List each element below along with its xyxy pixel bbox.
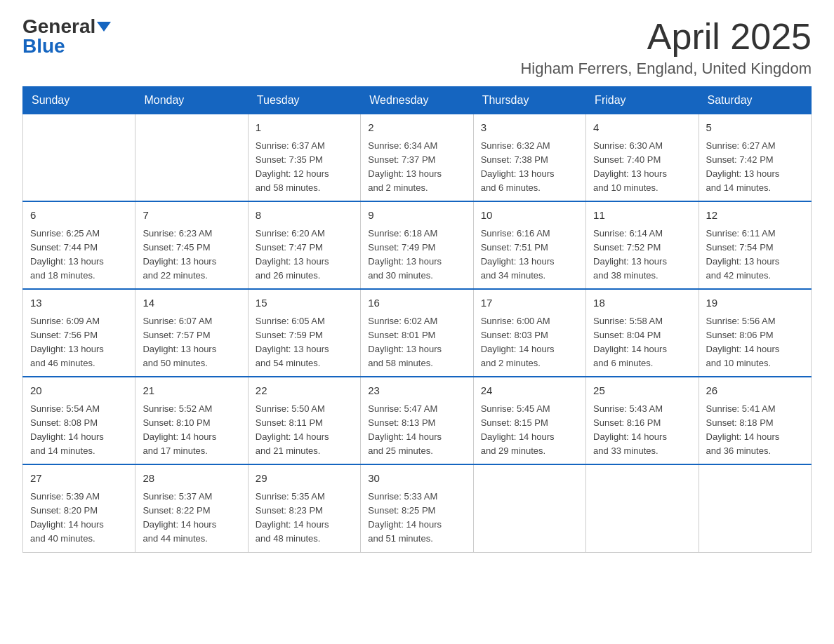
day-info: Sunrise: 5:35 AM Sunset: 8:23 PM Dayligh… bbox=[256, 490, 353, 546]
day-cell: 10Sunrise: 6:16 AM Sunset: 7:51 PM Dayli… bbox=[473, 201, 585, 289]
day-cell: 5Sunrise: 6:27 AM Sunset: 7:42 PM Daylig… bbox=[699, 114, 811, 202]
day-cell: 6Sunrise: 6:25 AM Sunset: 7:44 PM Daylig… bbox=[23, 201, 135, 289]
header-sunday: Sunday bbox=[23, 87, 135, 114]
day-cell: 12Sunrise: 6:11 AM Sunset: 7:54 PM Dayli… bbox=[699, 201, 811, 289]
day-cell: 11Sunrise: 6:14 AM Sunset: 7:52 PM Dayli… bbox=[586, 201, 699, 289]
day-info: Sunrise: 6:34 AM Sunset: 7:37 PM Dayligh… bbox=[368, 139, 465, 196]
day-number: 4 bbox=[593, 120, 691, 136]
day-number: 2 bbox=[368, 120, 465, 136]
day-cell: 17Sunrise: 6:00 AM Sunset: 8:03 PM Dayli… bbox=[473, 289, 585, 377]
day-cell: 19Sunrise: 5:56 AM Sunset: 8:06 PM Dayli… bbox=[699, 289, 811, 377]
day-cell: 1Sunrise: 6:37 AM Sunset: 7:35 PM Daylig… bbox=[248, 114, 360, 202]
day-number: 17 bbox=[481, 295, 578, 311]
logo-blue: Blue bbox=[22, 36, 65, 56]
day-number: 6 bbox=[30, 208, 128, 224]
day-number: 28 bbox=[143, 471, 240, 487]
title-section: April 2025 Higham Ferrers, England, Unit… bbox=[520, 17, 812, 78]
logo: General Blue bbox=[22, 17, 111, 56]
day-cell: 20Sunrise: 5:54 AM Sunset: 8:08 PM Dayli… bbox=[23, 377, 135, 464]
day-cell: 24Sunrise: 5:45 AM Sunset: 8:15 PM Dayli… bbox=[473, 377, 585, 464]
day-number: 13 bbox=[30, 295, 128, 311]
week-row-4: 20Sunrise: 5:54 AM Sunset: 8:08 PM Dayli… bbox=[23, 377, 812, 464]
day-cell: 4Sunrise: 6:30 AM Sunset: 7:40 PM Daylig… bbox=[586, 114, 699, 202]
day-info: Sunrise: 6:16 AM Sunset: 7:51 PM Dayligh… bbox=[481, 227, 578, 283]
day-info: Sunrise: 5:56 AM Sunset: 8:06 PM Dayligh… bbox=[706, 314, 804, 371]
day-info: Sunrise: 6:09 AM Sunset: 7:56 PM Dayligh… bbox=[30, 314, 128, 371]
week-row-1: 1Sunrise: 6:37 AM Sunset: 7:35 PM Daylig… bbox=[23, 114, 812, 202]
day-cell: 18Sunrise: 5:58 AM Sunset: 8:04 PM Dayli… bbox=[586, 289, 699, 377]
day-cell: 29Sunrise: 5:35 AM Sunset: 8:23 PM Dayli… bbox=[248, 464, 360, 552]
day-cell: 21Sunrise: 5:52 AM Sunset: 8:10 PM Dayli… bbox=[135, 377, 248, 464]
day-number: 22 bbox=[256, 383, 353, 399]
day-number: 18 bbox=[593, 295, 691, 311]
month-title: April 2025 bbox=[520, 17, 812, 57]
logo-triangle-icon bbox=[97, 22, 111, 32]
day-number: 25 bbox=[593, 383, 691, 399]
day-info: Sunrise: 6:05 AM Sunset: 7:59 PM Dayligh… bbox=[256, 314, 353, 371]
day-number: 11 bbox=[593, 208, 691, 224]
day-number: 20 bbox=[30, 383, 128, 399]
day-cell: 23Sunrise: 5:47 AM Sunset: 8:13 PM Dayli… bbox=[361, 377, 473, 464]
day-info: Sunrise: 6:07 AM Sunset: 7:57 PM Dayligh… bbox=[143, 314, 240, 371]
day-info: Sunrise: 6:11 AM Sunset: 7:54 PM Dayligh… bbox=[706, 227, 804, 283]
day-info: Sunrise: 6:14 AM Sunset: 7:52 PM Dayligh… bbox=[593, 227, 691, 283]
day-number: 3 bbox=[481, 120, 578, 136]
day-info: Sunrise: 5:33 AM Sunset: 8:25 PM Dayligh… bbox=[368, 490, 465, 546]
day-number: 30 bbox=[368, 471, 465, 487]
day-cell: 25Sunrise: 5:43 AM Sunset: 8:16 PM Dayli… bbox=[586, 377, 699, 464]
day-number: 9 bbox=[368, 208, 465, 224]
day-info: Sunrise: 6:00 AM Sunset: 8:03 PM Dayligh… bbox=[481, 314, 578, 371]
day-cell bbox=[23, 114, 135, 202]
header-row: SundayMondayTuesdayWednesdayThursdayFrid… bbox=[23, 87, 812, 114]
day-number: 12 bbox=[706, 208, 804, 224]
day-info: Sunrise: 5:54 AM Sunset: 8:08 PM Dayligh… bbox=[30, 402, 128, 459]
day-info: Sunrise: 5:47 AM Sunset: 8:13 PM Dayligh… bbox=[368, 402, 465, 459]
day-cell: 16Sunrise: 6:02 AM Sunset: 8:01 PM Dayli… bbox=[361, 289, 473, 377]
day-cell: 9Sunrise: 6:18 AM Sunset: 7:49 PM Daylig… bbox=[361, 201, 473, 289]
day-cell: 3Sunrise: 6:32 AM Sunset: 7:38 PM Daylig… bbox=[473, 114, 585, 202]
day-cell: 13Sunrise: 6:09 AM Sunset: 7:56 PM Dayli… bbox=[23, 289, 135, 377]
day-info: Sunrise: 6:32 AM Sunset: 7:38 PM Dayligh… bbox=[481, 139, 578, 196]
day-cell: 15Sunrise: 6:05 AM Sunset: 7:59 PM Dayli… bbox=[248, 289, 360, 377]
day-cell bbox=[699, 464, 811, 552]
day-cell bbox=[473, 464, 585, 552]
day-cell: 8Sunrise: 6:20 AM Sunset: 7:47 PM Daylig… bbox=[248, 201, 360, 289]
day-info: Sunrise: 5:52 AM Sunset: 8:10 PM Dayligh… bbox=[143, 402, 240, 459]
header-monday: Monday bbox=[135, 87, 248, 114]
day-cell: 28Sunrise: 5:37 AM Sunset: 8:22 PM Dayli… bbox=[135, 464, 248, 552]
day-cell: 14Sunrise: 6:07 AM Sunset: 7:57 PM Dayli… bbox=[135, 289, 248, 377]
page-header: General Blue April 2025 Higham Ferrers, … bbox=[22, 17, 812, 78]
day-number: 5 bbox=[706, 120, 804, 136]
day-info: Sunrise: 5:37 AM Sunset: 8:22 PM Dayligh… bbox=[143, 490, 240, 546]
week-row-5: 27Sunrise: 5:39 AM Sunset: 8:20 PM Dayli… bbox=[23, 464, 812, 552]
calendar-table: SundayMondayTuesdayWednesdayThursdayFrid… bbox=[22, 86, 812, 552]
day-info: Sunrise: 6:37 AM Sunset: 7:35 PM Dayligh… bbox=[256, 139, 353, 196]
header-tuesday: Tuesday bbox=[248, 87, 360, 114]
day-number: 1 bbox=[256, 120, 353, 136]
day-info: Sunrise: 5:39 AM Sunset: 8:20 PM Dayligh… bbox=[30, 490, 128, 546]
day-info: Sunrise: 5:43 AM Sunset: 8:16 PM Dayligh… bbox=[593, 402, 691, 459]
header-friday: Friday bbox=[586, 87, 699, 114]
header-saturday: Saturday bbox=[699, 87, 811, 114]
header-thursday: Thursday bbox=[473, 87, 585, 114]
day-cell: 22Sunrise: 5:50 AM Sunset: 8:11 PM Dayli… bbox=[248, 377, 360, 464]
day-cell: 26Sunrise: 5:41 AM Sunset: 8:18 PM Dayli… bbox=[699, 377, 811, 464]
day-number: 15 bbox=[256, 295, 353, 311]
day-info: Sunrise: 6:30 AM Sunset: 7:40 PM Dayligh… bbox=[593, 139, 691, 196]
week-row-3: 13Sunrise: 6:09 AM Sunset: 7:56 PM Dayli… bbox=[23, 289, 812, 377]
header-wednesday: Wednesday bbox=[361, 87, 473, 114]
day-number: 24 bbox=[481, 383, 578, 399]
day-info: Sunrise: 5:41 AM Sunset: 8:18 PM Dayligh… bbox=[706, 402, 804, 459]
day-cell bbox=[586, 464, 699, 552]
day-cell: 27Sunrise: 5:39 AM Sunset: 8:20 PM Dayli… bbox=[23, 464, 135, 552]
day-number: 16 bbox=[368, 295, 465, 311]
day-number: 23 bbox=[368, 383, 465, 399]
day-info: Sunrise: 6:20 AM Sunset: 7:47 PM Dayligh… bbox=[256, 227, 353, 283]
day-info: Sunrise: 5:50 AM Sunset: 8:11 PM Dayligh… bbox=[256, 402, 353, 459]
day-info: Sunrise: 6:02 AM Sunset: 8:01 PM Dayligh… bbox=[368, 314, 465, 371]
day-cell bbox=[135, 114, 248, 202]
day-info: Sunrise: 6:23 AM Sunset: 7:45 PM Dayligh… bbox=[143, 227, 240, 283]
day-info: Sunrise: 6:18 AM Sunset: 7:49 PM Dayligh… bbox=[368, 227, 465, 283]
day-number: 21 bbox=[143, 383, 240, 399]
day-cell: 7Sunrise: 6:23 AM Sunset: 7:45 PM Daylig… bbox=[135, 201, 248, 289]
